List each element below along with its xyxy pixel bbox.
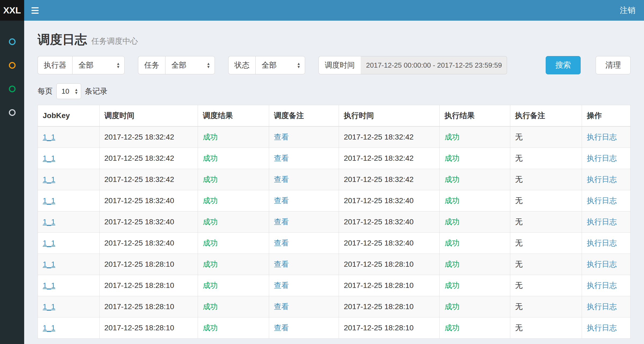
select-arrows-icon: ▲▼ (74, 88, 78, 94)
header-trigger-time: 调度时间 (99, 105, 198, 127)
logout-link[interactable]: 注销 (611, 0, 644, 21)
trigger-msg-link[interactable]: 查看 (274, 260, 289, 268)
trigger-time-range-input[interactable]: 2017-12-25 00:00:00 - 2017-12-25 23:59:5… (361, 56, 507, 74)
exec-log-link[interactable]: 执行日志 (587, 154, 617, 162)
handle-msg: 无 (515, 133, 523, 141)
trigger-time: 2017-12-25 18:32:40 (104, 239, 174, 247)
trigger-msg-link[interactable]: 查看 (274, 324, 289, 332)
table-row: 1_12017-12-25 18:32:40成功查看2017-12-25 18:… (38, 211, 631, 233)
handle-time: 2017-12-25 18:32:42 (344, 175, 414, 184)
handle-time: 2017-12-25 18:28:10 (344, 260, 414, 268)
status-filter-group: 状态 全部 ▲▼ (228, 56, 305, 74)
trigger-result: 成功 (203, 175, 218, 184)
sidebar-item-1[interactable] (0, 30, 24, 53)
table-row: 1_12017-12-25 18:32:42成功查看2017-12-25 18:… (38, 169, 631, 190)
job-key-link[interactable]: 1_1 (43, 196, 55, 205)
exec-log-link[interactable]: 执行日志 (587, 218, 617, 226)
sidebar (0, 21, 24, 344)
table-row: 1_12017-12-25 18:28:10成功查看2017-12-25 18:… (38, 317, 631, 339)
job-key-link[interactable]: 1_1 (43, 239, 55, 247)
page-size-value: 10 (61, 87, 69, 96)
exec-log-link[interactable]: 执行日志 (587, 133, 617, 141)
exec-log-link[interactable]: 执行日志 (587, 260, 617, 268)
handle-result: 成功 (444, 324, 460, 332)
exec-log-link[interactable]: 执行日志 (587, 175, 617, 184)
job-key-link[interactable]: 1_1 (43, 281, 55, 290)
trigger-msg-link[interactable]: 查看 (274, 196, 289, 205)
circle-icon (9, 62, 16, 69)
job-select[interactable]: 全部 ▲▼ (165, 56, 215, 74)
exec-log-link[interactable]: 执行日志 (587, 324, 617, 332)
clear-button[interactable]: 清理 (596, 56, 631, 74)
executor-filter-group: 执行器 全部 ▲▼ (38, 56, 125, 74)
table-row: 1_12017-12-25 18:32:40成功查看2017-12-25 18:… (38, 233, 631, 254)
exec-log-link[interactable]: 执行日志 (587, 196, 617, 205)
job-key-link[interactable]: 1_1 (43, 324, 55, 332)
log-table-body: 1_12017-12-25 18:32:42成功查看2017-12-25 18:… (38, 126, 631, 339)
status-select[interactable]: 全部 ▲▼ (255, 56, 305, 74)
sidebar-item-4[interactable] (0, 101, 24, 124)
trigger-msg-link[interactable]: 查看 (274, 239, 289, 247)
exec-log-link[interactable]: 执行日志 (587, 302, 617, 311)
header-jobkey: JobKey (38, 105, 100, 127)
header-handle-time: 执行时间 (339, 105, 440, 127)
executor-select[interactable]: 全部 ▲▼ (72, 56, 125, 74)
top-navbar: XXL 注销 (0, 0, 644, 21)
job-key-link[interactable]: 1_1 (43, 154, 55, 162)
handle-result: 成功 (444, 260, 460, 268)
job-key-link[interactable]: 1_1 (43, 218, 55, 226)
app-logo[interactable]: XXL (0, 0, 24, 21)
exec-log-link[interactable]: 执行日志 (587, 281, 617, 290)
trigger-result: 成功 (203, 133, 218, 141)
trigger-msg-link[interactable]: 查看 (274, 133, 289, 141)
header-trigger-msg: 调度备注 (269, 105, 339, 127)
handle-msg: 无 (515, 302, 523, 311)
header-action: 操作 (582, 105, 630, 127)
handle-msg: 无 (515, 175, 523, 184)
job-key-link[interactable]: 1_1 (43, 260, 55, 268)
exec-log-link[interactable]: 执行日志 (587, 239, 617, 247)
status-filter-label: 状态 (228, 56, 255, 74)
job-key-link[interactable]: 1_1 (43, 133, 55, 141)
trigger-result: 成功 (203, 324, 218, 332)
select-arrows-icon: ▲▼ (207, 62, 210, 68)
page-header: 调度日志 任务调度中心 (38, 27, 631, 56)
sidebar-item-3[interactable] (0, 77, 24, 101)
handle-time: 2017-12-25 18:32:40 (344, 218, 414, 226)
search-button[interactable]: 搜索 (546, 56, 581, 74)
sidebar-item-2[interactable] (0, 53, 24, 77)
header-trigger-result: 调度结果 (198, 105, 269, 127)
trigger-result: 成功 (203, 196, 218, 205)
job-filter-label: 任务 (138, 56, 165, 74)
page-size-select[interactable]: 10 ▲▼ (56, 83, 81, 99)
handle-result: 成功 (444, 154, 460, 162)
trigger-msg-link[interactable]: 查看 (274, 281, 289, 290)
handle-result: 成功 (444, 218, 460, 226)
trigger-time: 2017-12-25 18:32:42 (104, 175, 174, 184)
select-arrows-icon: ▲▼ (297, 62, 301, 68)
trigger-msg-link[interactable]: 查看 (274, 175, 289, 184)
handle-msg: 无 (515, 281, 523, 290)
handle-result: 成功 (444, 281, 460, 290)
status-select-value: 全部 (262, 60, 277, 70)
handle-time: 2017-12-25 18:28:10 (344, 281, 414, 290)
main-content: 调度日志 任务调度中心 执行器 全部 ▲▼ 任务 全部 ▲▼ 状态 全部 ▲▼ (24, 0, 644, 344)
log-table: JobKey 调度时间 调度结果 调度备注 执行时间 执行结果 执行备注 操作 … (38, 105, 631, 339)
circle-icon (9, 38, 16, 45)
handle-time: 2017-12-25 18:28:10 (344, 324, 414, 332)
trigger-msg-link[interactable]: 查看 (274, 302, 289, 311)
trigger-msg-link[interactable]: 查看 (274, 154, 289, 162)
trigger-time: 2017-12-25 18:32:42 (104, 154, 174, 162)
sidebar-toggle-button[interactable] (24, 0, 46, 21)
header-handle-msg: 执行备注 (510, 105, 582, 127)
trigger-result: 成功 (203, 302, 218, 311)
job-select-value: 全部 (171, 60, 186, 70)
job-key-link[interactable]: 1_1 (43, 302, 55, 311)
page-size-label-after: 条记录 (85, 86, 107, 96)
table-row: 1_12017-12-25 18:28:10成功查看2017-12-25 18:… (38, 296, 631, 317)
job-key-link[interactable]: 1_1 (43, 175, 55, 184)
trigger-time: 2017-12-25 18:32:40 (104, 196, 174, 205)
trigger-result: 成功 (203, 260, 218, 268)
trigger-msg-link[interactable]: 查看 (274, 218, 289, 226)
trigger-time: 2017-12-25 18:28:10 (104, 324, 174, 332)
